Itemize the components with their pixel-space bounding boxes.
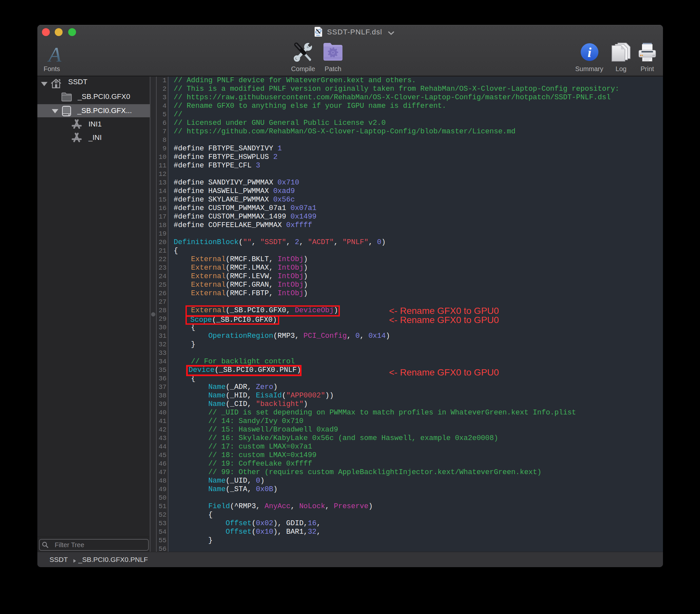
svg-text:DSL: DSL <box>316 34 320 36</box>
svg-text:A: A <box>47 43 62 66</box>
svg-text:i: i <box>588 45 591 60</box>
